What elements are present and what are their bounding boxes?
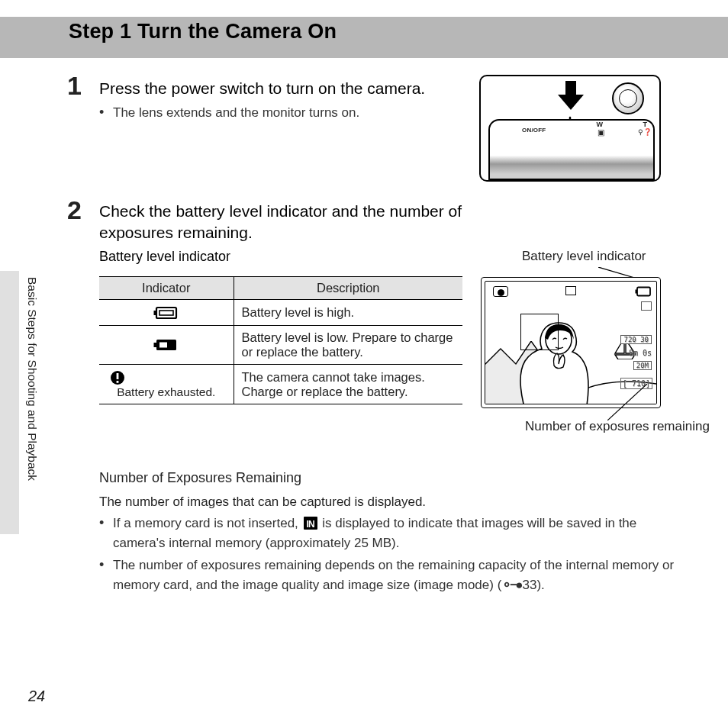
svg-rect-14 [159,342,167,347]
step-1-bullets: The lens extends and the monitor turns o… [99,103,465,126]
osd-battery-icon [635,286,652,300]
section-label: Basic Steps for Shooting and Playback [25,277,39,481]
osd-camera-icon [493,286,508,297]
leader-line-bottom [607,384,661,420]
table-row: Battery level is low. Prepare to charge … [99,325,462,364]
exposures-bullet-2: The number of exposures remaining depend… [99,556,687,594]
warning-icon [107,369,226,386]
table-head-description: Description [234,277,462,300]
exposures-description: The number of images that can be capture… [99,494,426,510]
osd-resolution: 720 30 [620,335,652,344]
camera-zoom-t-icon: ⚲❓ [638,128,652,136]
camera-zoom-w-icon: ▣ [598,128,604,137]
camera-zoom-dial-inner [619,89,637,108]
step-1-text: Press the power switch to turn on the ca… [99,78,465,99]
svg-rect-13 [153,343,156,347]
camera-zoom-t: T [643,121,648,128]
table-row: Battery level is high. [99,300,462,326]
table-cell: Battery level is high. [234,300,462,326]
camera-body [488,119,655,180]
step-number-2: 2 [67,195,82,225]
focus-frame [520,314,559,350]
table-head-indicator: Indicator [99,277,234,300]
svg-rect-17 [117,381,119,383]
camera-onoff-label: ON/OFF [522,127,546,134]
camera-illustration: ON/OFF W T ⚲❓ ▣ [479,75,661,182]
table-cell: Battery level is low. Prepare to charge … [234,325,462,364]
step-number-1: 1 [67,71,82,101]
svg-rect-20 [637,288,650,296]
step-1-bullet-1: The lens extends and the monitor turns o… [99,103,465,123]
battery-high-icon [153,305,180,321]
svg-rect-11 [159,311,173,315]
monitor-battery-label: Battery level indicator [522,249,646,264]
internal-memory-icon: IN [304,517,317,530]
osd-rec-time: 8m 0s [629,349,652,357]
osd-image-mode: 20M [633,361,652,370]
power-arrow-icon [558,81,584,110]
table-cell: Battery exhausted. [117,385,215,398]
osd-mode-icon [565,286,576,295]
svg-rect-10 [153,311,156,315]
battery-low-icon [153,337,180,353]
battery-indicator-heading: Battery level indicator [99,249,230,265]
step-2-text: Check the battery level indicator and th… [99,201,504,244]
svg-line-22 [607,384,647,420]
exposures-bullet-list: If a memory card is not inserted, IN is … [99,514,687,598]
exposures-bullet-1: If a memory card is not inserted, IN is … [99,514,687,552]
table-row: Battery exhausted. The camera cannot tak… [99,364,462,404]
page-title: Step 1 Turn the Camera On [69,20,337,43]
table-cell: The camera cannot take images. Charge or… [234,364,462,404]
camera-zoom-w: W [597,121,604,128]
svg-rect-21 [636,290,638,294]
section-tab [0,271,19,534]
svg-rect-16 [117,373,119,379]
battery-level-table: Indicator Description Battery level is h… [99,276,462,404]
page-number: 24 [28,688,45,705]
reference-icon: ⚬−● [501,575,520,595]
osd-aspect-icon [641,301,652,311]
exposures-heading: Number of Exposures Remaining [99,470,301,486]
monitor-exposures-label: Number of exposures remaining [525,418,710,436]
